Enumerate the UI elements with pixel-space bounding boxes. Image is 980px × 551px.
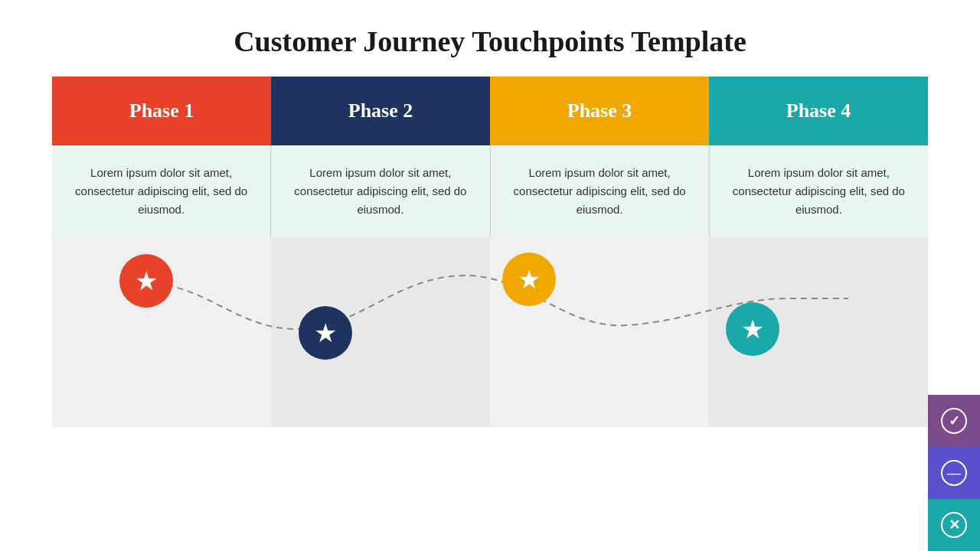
phase-4-header: Phase 4 (709, 77, 928, 145)
phase-2-label: Phase 2 (348, 99, 413, 122)
star-circle-2: ★ (299, 306, 352, 360)
star-icon-3: ★ (518, 264, 541, 295)
phases-header: Phase 1 Phase 2 Phase 3 Phase 4 (52, 77, 928, 145)
star-icon-1: ★ (135, 266, 158, 296)
star-icon-2: ★ (314, 318, 337, 348)
main-container: Phase 1 Phase 2 Phase 3 Phase 4 Lorem ip… (52, 77, 928, 427)
star-circle-1: ★ (119, 254, 173, 308)
phase-1-label: Phase 1 (129, 99, 194, 122)
journey-row: ★ ★ ★ ★ (52, 237, 928, 375)
phase-2-header: Phase 2 (271, 77, 490, 145)
text-cell-1: Lorem ipsum dolor sit amet, consectetur … (52, 145, 271, 237)
star-circle-3: ★ (502, 253, 556, 306)
minus-button[interactable]: — (928, 447, 980, 499)
phase-3-label: Phase 3 (567, 99, 632, 122)
bottom-cell-1 (52, 375, 271, 427)
star-circle-4: ★ (726, 302, 779, 356)
phase-4-label: Phase 4 (786, 99, 851, 122)
minus-icon: — (941, 460, 967, 486)
side-buttons: ✓ — ✕ (928, 395, 980, 551)
check-button[interactable]: ✓ (928, 395, 980, 447)
bottom-cell-4 (709, 375, 928, 427)
page-title: Customer Journey Touchpoints Template (0, 0, 980, 77)
check-icon: ✓ (941, 408, 967, 434)
phase-3-header: Phase 3 (490, 77, 709, 145)
star-icon-4: ★ (741, 314, 764, 344)
journey-cell-2 (271, 237, 490, 375)
close-button[interactable]: ✕ (928, 499, 980, 551)
text-cell-2: Lorem ipsum dolor sit amet, consectetur … (271, 145, 490, 237)
text-cell-3: Lorem ipsum dolor sit amet, consectetur … (491, 145, 710, 237)
journey-cell-1 (52, 237, 271, 375)
text-cell-4: Lorem ipsum dolor sit amet, consectetur … (710, 145, 928, 237)
bottom-cell-3 (490, 375, 709, 427)
bottom-cell-2 (271, 375, 490, 427)
text-row: Lorem ipsum dolor sit amet, consectetur … (52, 145, 928, 237)
bottom-row (52, 375, 928, 427)
phase-1-header: Phase 1 (52, 77, 271, 145)
close-icon: ✕ (941, 512, 967, 538)
